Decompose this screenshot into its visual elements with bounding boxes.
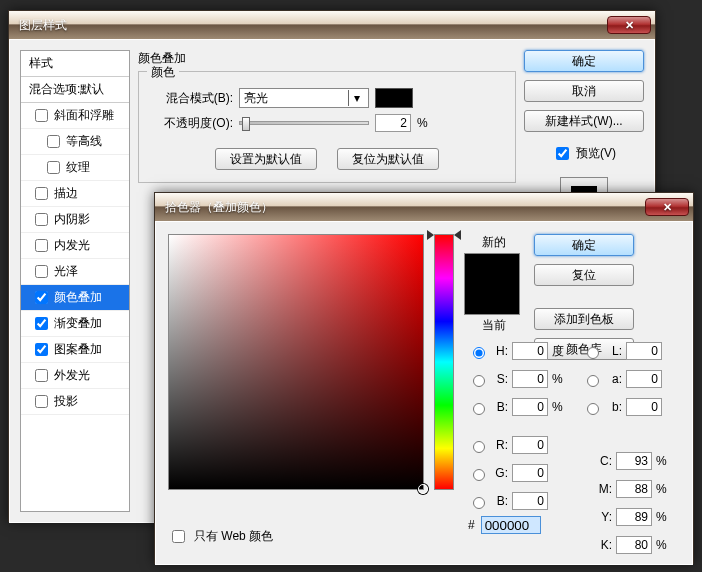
sidebar-item-label: 颜色叠加 xyxy=(54,289,102,306)
s-unit: % xyxy=(552,372,566,386)
sidebar-item-11[interactable]: 投影 xyxy=(21,389,129,415)
sidebar-item-0[interactable]: 斜面和浮雕 xyxy=(21,103,129,129)
hex-row: # xyxy=(468,516,541,534)
sv-field[interactable] xyxy=(168,234,424,490)
sidebar-checkbox-2[interactable] xyxy=(47,161,60,174)
opacity-label: 不透明度(O): xyxy=(151,115,233,132)
radio-l[interactable] xyxy=(587,347,599,359)
b-input[interactable] xyxy=(626,398,662,416)
preview-label: 预览(V) xyxy=(576,145,616,162)
s-input[interactable] xyxy=(512,370,548,388)
sidebar-checkbox-7[interactable] xyxy=(35,291,48,304)
sidebar-item-label: 等高线 xyxy=(66,133,102,150)
web-colors-checkbox[interactable] xyxy=(172,530,185,543)
hex-prefix: # xyxy=(468,518,475,532)
layer-style-titlebar[interactable]: 图层样式 ✕ xyxy=(9,11,655,39)
styles-sidebar: 样式 混合选项:默认 斜面和浮雕等高线纹理描边内阴影内发光光泽颜色叠加渐变叠加图… xyxy=(20,50,130,512)
new-style-button[interactable]: 新建样式(W)... xyxy=(524,110,644,132)
l-input[interactable] xyxy=(626,342,662,360)
sidebar-item-10[interactable]: 外发光 xyxy=(21,363,129,389)
sidebar-item-2[interactable]: 纹理 xyxy=(21,155,129,181)
k-input[interactable] xyxy=(616,536,652,554)
cmyk-grid: C:% M:% Y:% K:% xyxy=(596,450,670,556)
sidebar-item-5[interactable]: 内发光 xyxy=(21,233,129,259)
color-compare-swatch[interactable] xyxy=(464,253,520,315)
r-input[interactable] xyxy=(512,436,548,454)
radio-b[interactable] xyxy=(587,403,599,415)
reset-default-button[interactable]: 复位为默认值 xyxy=(337,148,439,170)
blending-options[interactable]: 混合选项:默认 xyxy=(21,77,129,103)
radio-s[interactable] xyxy=(473,375,485,387)
sidebar-checkbox-3[interactable] xyxy=(35,187,48,200)
h-input[interactable] xyxy=(512,342,548,360)
opacity-input[interactable] xyxy=(375,114,411,132)
a-input[interactable] xyxy=(626,370,662,388)
sidebar-checkbox-5[interactable] xyxy=(35,239,48,252)
radio-bc[interactable] xyxy=(473,497,485,509)
sv-marker-icon[interactable] xyxy=(418,484,428,494)
sidebar-checkbox-10[interactable] xyxy=(35,369,48,382)
section-title: 颜色叠加 xyxy=(138,50,516,67)
radio-g[interactable] xyxy=(473,469,485,481)
sidebar-checkbox-0[interactable] xyxy=(35,109,48,122)
close-icon[interactable]: ✕ xyxy=(645,198,689,216)
sidebar-item-8[interactable]: 渐变叠加 xyxy=(21,311,129,337)
close-icon[interactable]: ✕ xyxy=(607,16,651,34)
preview-checkbox[interactable] xyxy=(556,147,569,160)
overlay-color-swatch[interactable] xyxy=(375,88,413,108)
radio-r[interactable] xyxy=(473,441,485,453)
ok-button[interactable]: 确定 xyxy=(524,50,644,72)
sidebar-item-1[interactable]: 等高线 xyxy=(21,129,129,155)
c-input[interactable] xyxy=(616,452,652,470)
new-color-label: 新的 xyxy=(464,234,524,251)
sidebar-item-label: 外发光 xyxy=(54,367,90,384)
m-input[interactable] xyxy=(616,480,652,498)
bv-input[interactable] xyxy=(512,398,548,416)
hue-slider[interactable] xyxy=(434,234,454,490)
sidebar-item-label: 投影 xyxy=(54,393,78,410)
color-group: 颜色 混合模式(B): 亮光 ▾ 不透明度(O): % xyxy=(138,71,516,183)
sidebar-item-label: 渐变叠加 xyxy=(54,315,102,332)
opacity-slider[interactable] xyxy=(239,121,369,125)
slider-thumb-icon[interactable] xyxy=(242,117,250,131)
cp-reset-button[interactable]: 复位 xyxy=(534,264,634,286)
layer-style-title: 图层样式 xyxy=(19,17,607,34)
radio-h[interactable] xyxy=(473,347,485,359)
opacity-unit: % xyxy=(417,116,428,130)
g-input[interactable] xyxy=(512,464,548,482)
sidebar-checkbox-11[interactable] xyxy=(35,395,48,408)
sidebar-item-label: 斜面和浮雕 xyxy=(54,107,114,124)
bv-unit: % xyxy=(552,400,566,414)
blend-mode-dropdown[interactable]: 亮光 ▾ xyxy=(239,88,369,108)
sidebar-checkbox-9[interactable] xyxy=(35,343,48,356)
sidebar-item-7[interactable]: 颜色叠加 xyxy=(21,285,129,311)
sidebar-item-label: 描边 xyxy=(54,185,78,202)
styles-header[interactable]: 样式 xyxy=(21,51,129,77)
color-picker-titlebar[interactable]: 拾色器（叠加颜色） ✕ xyxy=(155,193,693,221)
cp-ok-button[interactable]: 确定 xyxy=(534,234,634,256)
add-swatch-button[interactable]: 添加到色板 xyxy=(534,308,634,330)
radio-bv[interactable] xyxy=(473,403,485,415)
sidebar-item-6[interactable]: 光泽 xyxy=(21,259,129,285)
sidebar-checkbox-6[interactable] xyxy=(35,265,48,278)
sidebar-item-9[interactable]: 图案叠加 xyxy=(21,337,129,363)
y-input[interactable] xyxy=(616,508,652,526)
new-color-swatch xyxy=(465,254,519,284)
sidebar-checkbox-8[interactable] xyxy=(35,317,48,330)
color-picker-window: 拾色器（叠加颜色） ✕ 新的 当前 确定 复位 xyxy=(154,192,694,564)
set-default-button[interactable]: 设置为默认值 xyxy=(215,148,317,170)
radio-a[interactable] xyxy=(587,375,599,387)
sidebar-item-4[interactable]: 内阴影 xyxy=(21,207,129,233)
sidebar-checkbox-4[interactable] xyxy=(35,213,48,226)
sidebar-checkbox-1[interactable] xyxy=(47,135,60,148)
cancel-button[interactable]: 取消 xyxy=(524,80,644,102)
current-color-label: 当前 xyxy=(464,317,524,334)
sidebar-item-3[interactable]: 描边 xyxy=(21,181,129,207)
web-colors-row: 只有 Web 颜色 xyxy=(168,527,273,546)
bc-input[interactable] xyxy=(512,492,548,510)
hex-input[interactable] xyxy=(481,516,541,534)
chevron-down-icon: ▾ xyxy=(348,90,364,106)
sidebar-item-label: 内发光 xyxy=(54,237,90,254)
hue-pointer-left-icon xyxy=(427,230,434,240)
group-legend: 颜色 xyxy=(147,64,179,81)
